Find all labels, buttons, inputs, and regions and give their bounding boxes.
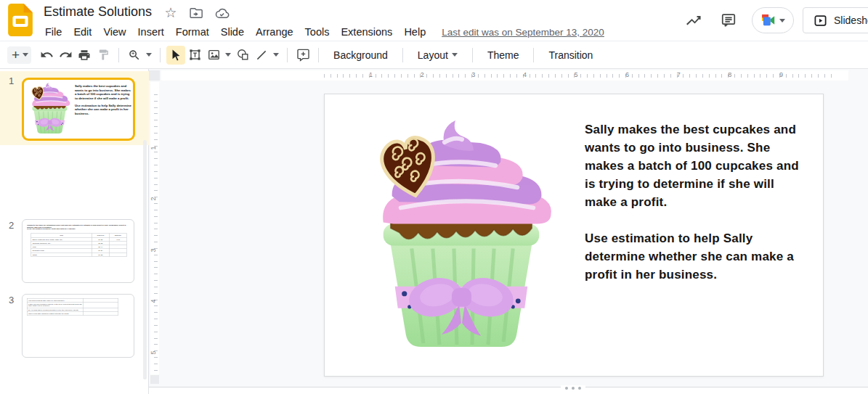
toolbar-separator: [118, 48, 119, 62]
toolbar-separator: [402, 48, 403, 62]
toolbar-separator: [287, 48, 288, 62]
comment-history-icon[interactable]: [718, 10, 739, 30]
menu-insert[interactable]: Insert: [132, 25, 170, 39]
new-slide-button[interactable]: +: [7, 46, 31, 64]
move-folder-icon[interactable]: [188, 5, 204, 21]
filmstrip-slide-2[interactable]: 2 Complete the table by estimating each …: [0, 216, 149, 288]
ruler-number: 3: [150, 248, 157, 252]
image-caret[interactable]: [223, 46, 233, 65]
layout-button[interactable]: Layout: [409, 46, 466, 65]
insert-line-button[interactable]: [252, 46, 271, 65]
menu-help[interactable]: Help: [398, 25, 431, 39]
ruler-number: 3: [471, 71, 475, 78]
thumbnail-note: NOTE: the numbers below are Costs and co…: [27, 228, 131, 230]
layout-label: Layout: [418, 49, 448, 61]
menu-view[interactable]: View: [97, 25, 131, 39]
slideshow-button[interactable]: Slideshow: [803, 7, 868, 33]
redo-button[interactable]: [56, 46, 75, 65]
select-tool-button[interactable]: [166, 46, 185, 65]
star-icon[interactable]: ☆: [163, 5, 179, 21]
plus-icon: +: [12, 47, 20, 63]
thumbnail-text: Sally makes the best cupcakes and wants …: [75, 83, 132, 141]
menu-bar: File Edit View Insert Format Slide Arran…: [39, 24, 604, 40]
ruler-number: 4: [523, 71, 527, 78]
theme-button[interactable]: Theme: [479, 46, 528, 65]
menu-slide[interactable]: Slide: [215, 25, 250, 39]
new-slide-caret-icon: [23, 53, 28, 57]
text-box-tool-button[interactable]: [185, 46, 204, 65]
slide-3-thumbnail[interactable]: How much profit will Sally make for each…: [22, 294, 134, 358]
notes-divider: [149, 387, 868, 387]
slide-paragraph-1: Sally makes the best cupcakes and wants …: [585, 120, 803, 211]
slide-2-thumbnail[interactable]: Complete the table by estimating each co…: [22, 219, 134, 283]
filmstrip-scrollbar[interactable]: [143, 140, 147, 379]
ruler-number: 5: [150, 350, 157, 354]
ruler-ticks: [154, 94, 158, 374]
toolbar-separator: [318, 48, 319, 62]
meet-caret-icon: [779, 19, 785, 22]
toolbar: +: [0, 41, 868, 69]
filmstrip-slide-1[interactable]: 1 Sally makes the best cupcakes and want…: [0, 71, 149, 145]
speaker-notes-area: [149, 387, 868, 394]
filmstrip-panel: 1 Sally makes the best cupcakes and want…: [0, 69, 149, 394]
slide-number: 1: [9, 75, 14, 86]
activity-trend-icon[interactable]: [684, 10, 704, 30]
cloud-saved-icon[interactable]: [214, 5, 230, 21]
toolbar-separator: [533, 48, 534, 62]
ruler-number: 5: [574, 71, 577, 78]
menu-extensions[interactable]: Extensions: [335, 25, 398, 39]
ruler-number: 6: [625, 71, 629, 78]
vertical-ruler: 1 2 3 4 5: [150, 82, 159, 374]
menu-file[interactable]: File: [39, 25, 68, 39]
insert-comment-button[interactable]: [293, 46, 312, 65]
horizontal-ruler: 1 2 3 4 5 6 7 8 9: [161, 70, 848, 81]
background-button[interactable]: Background: [325, 46, 397, 65]
toolbar-separator: [160, 48, 161, 62]
paint-format-button[interactable]: [94, 46, 113, 65]
ruler-number: 2: [421, 71, 424, 78]
thumbnail-cost-table: Cost Cost/Item Estimate Bakery materials…: [31, 234, 127, 257]
menu-format[interactable]: Format: [170, 25, 215, 39]
thumbnail-cupcake-image: [28, 83, 72, 134]
ruler-corner: [149, 70, 160, 81]
transition-button[interactable]: Transition: [540, 46, 601, 65]
slide-number: 2: [9, 220, 14, 231]
current-slide[interactable]: Sally makes the best cupcakes and wants …: [324, 94, 824, 377]
ruler-number: 1: [150, 146, 157, 149]
menu-arrange[interactable]: Arrange: [250, 25, 299, 39]
slide-paragraph-2: Use estimation to help Sally determine w…: [585, 229, 803, 284]
zoom-caret[interactable]: [144, 46, 154, 65]
ruler-ticks: [324, 74, 837, 78]
insert-image-button[interactable]: [204, 46, 223, 65]
ruler-number: 1: [369, 71, 373, 78]
document-title[interactable]: Estimate Solutions: [44, 4, 152, 20]
ruler-number: 4: [150, 300, 157, 303]
line-caret[interactable]: [271, 46, 281, 65]
layout-caret-icon: [452, 53, 458, 57]
zoom-button[interactable]: [125, 46, 144, 65]
meet-call-button[interactable]: [752, 7, 794, 33]
insert-shape-button[interactable]: [233, 46, 252, 65]
toolbar-separator: [472, 48, 473, 62]
slide-number: 3: [9, 295, 14, 305]
thumbnail-question-table: How much profit will Sally make for each…: [27, 298, 118, 316]
ruler-number: 9: [779, 71, 783, 78]
ruler-number: 8: [728, 71, 731, 78]
ruler-number: 2: [150, 197, 157, 201]
menu-tools[interactable]: Tools: [299, 25, 336, 39]
menu-edit[interactable]: Edit: [68, 25, 97, 39]
slide-1-thumbnail[interactable]: Sally makes the best cupcakes and wants …: [22, 78, 135, 141]
notes-resize-handle[interactable]: [561, 385, 585, 391]
ruler-number: 7: [677, 71, 681, 78]
slide-text-box[interactable]: Sally makes the best cupcakes and wants …: [585, 120, 803, 284]
cupcake-image[interactable]: [362, 120, 560, 350]
slides-logo-icon[interactable]: [8, 4, 33, 39]
filmstrip-slide-3[interactable]: 3 How much profit will Sally make for ea…: [0, 290, 149, 363]
top-bar: Estimate Solutions ☆ File Edit View Inse…: [0, 0, 868, 41]
ruler-end-cap: [150, 375, 159, 384]
print-button[interactable]: [75, 46, 94, 65]
slideshow-label: Slideshow: [834, 15, 868, 26]
last-edit-link[interactable]: Last edit was on September 13, 2020: [442, 27, 604, 38]
undo-button[interactable]: [37, 46, 56, 65]
